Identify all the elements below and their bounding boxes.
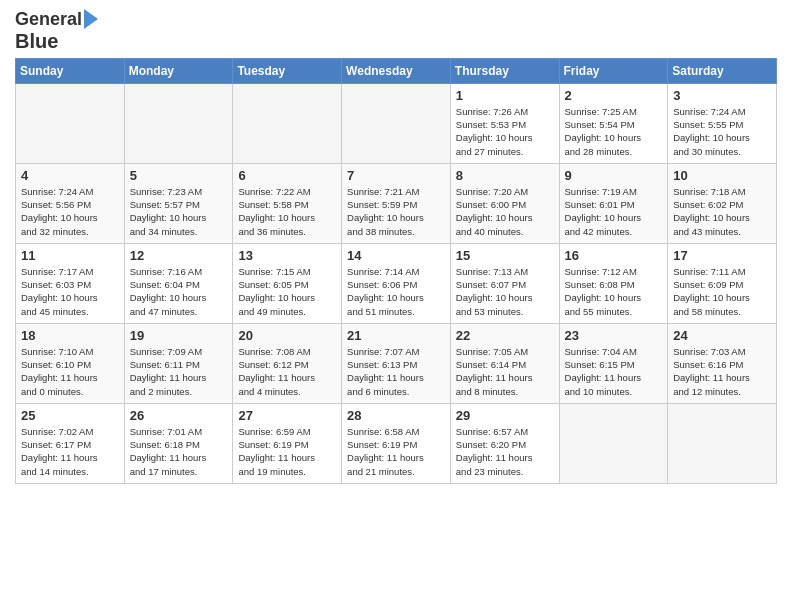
day-number: 19: [130, 328, 228, 343]
day-number: 18: [21, 328, 119, 343]
day-info: Sunrise: 7:15 AM Sunset: 6:05 PM Dayligh…: [238, 265, 336, 318]
day-number: 26: [130, 408, 228, 423]
calendar-cell: 11Sunrise: 7:17 AM Sunset: 6:03 PM Dayli…: [16, 243, 125, 323]
calendar-cell: [342, 83, 451, 163]
calendar-cell: 18Sunrise: 7:10 AM Sunset: 6:10 PM Dayli…: [16, 323, 125, 403]
day-number: 13: [238, 248, 336, 263]
day-info: Sunrise: 7:05 AM Sunset: 6:14 PM Dayligh…: [456, 345, 554, 398]
day-number: 27: [238, 408, 336, 423]
day-number: 22: [456, 328, 554, 343]
calendar-cell: 4Sunrise: 7:24 AM Sunset: 5:56 PM Daylig…: [16, 163, 125, 243]
calendar-cell: 17Sunrise: 7:11 AM Sunset: 6:09 PM Dayli…: [668, 243, 777, 323]
day-number: 12: [130, 248, 228, 263]
calendar-cell: 16Sunrise: 7:12 AM Sunset: 6:08 PM Dayli…: [559, 243, 668, 323]
day-info: Sunrise: 7:18 AM Sunset: 6:02 PM Dayligh…: [673, 185, 771, 238]
calendar-cell: 2Sunrise: 7:25 AM Sunset: 5:54 PM Daylig…: [559, 83, 668, 163]
calendar-table: SundayMondayTuesdayWednesdayThursdayFrid…: [15, 58, 777, 484]
day-number: 28: [347, 408, 445, 423]
calendar-cell: 6Sunrise: 7:22 AM Sunset: 5:58 PM Daylig…: [233, 163, 342, 243]
day-info: Sunrise: 7:03 AM Sunset: 6:16 PM Dayligh…: [673, 345, 771, 398]
day-info: Sunrise: 7:24 AM Sunset: 5:55 PM Dayligh…: [673, 105, 771, 158]
day-info: Sunrise: 7:02 AM Sunset: 6:17 PM Dayligh…: [21, 425, 119, 478]
calendar-cell: 27Sunrise: 6:59 AM Sunset: 6:19 PM Dayli…: [233, 403, 342, 483]
weekday-header-sunday: Sunday: [16, 58, 125, 83]
day-number: 11: [21, 248, 119, 263]
day-info: Sunrise: 7:25 AM Sunset: 5:54 PM Dayligh…: [565, 105, 663, 158]
calendar-cell: 15Sunrise: 7:13 AM Sunset: 6:07 PM Dayli…: [450, 243, 559, 323]
header: General Blue: [15, 10, 777, 52]
day-number: 3: [673, 88, 771, 103]
calendar-cell: [233, 83, 342, 163]
day-info: Sunrise: 7:17 AM Sunset: 6:03 PM Dayligh…: [21, 265, 119, 318]
day-info: Sunrise: 7:21 AM Sunset: 5:59 PM Dayligh…: [347, 185, 445, 238]
day-info: Sunrise: 6:58 AM Sunset: 6:19 PM Dayligh…: [347, 425, 445, 478]
weekday-header-monday: Monday: [124, 58, 233, 83]
calendar-container: General Blue SundayMondayTuesdayWednesda…: [0, 0, 792, 489]
calendar-cell: 24Sunrise: 7:03 AM Sunset: 6:16 PM Dayli…: [668, 323, 777, 403]
calendar-cell: 10Sunrise: 7:18 AM Sunset: 6:02 PM Dayli…: [668, 163, 777, 243]
day-number: 29: [456, 408, 554, 423]
weekday-header-tuesday: Tuesday: [233, 58, 342, 83]
calendar-cell: [559, 403, 668, 483]
day-info: Sunrise: 7:08 AM Sunset: 6:12 PM Dayligh…: [238, 345, 336, 398]
day-info: Sunrise: 7:11 AM Sunset: 6:09 PM Dayligh…: [673, 265, 771, 318]
calendar-cell: [16, 83, 125, 163]
day-number: 20: [238, 328, 336, 343]
day-number: 10: [673, 168, 771, 183]
calendar-cell: 13Sunrise: 7:15 AM Sunset: 6:05 PM Dayli…: [233, 243, 342, 323]
day-number: 2: [565, 88, 663, 103]
calendar-cell: 1Sunrise: 7:26 AM Sunset: 5:53 PM Daylig…: [450, 83, 559, 163]
day-info: Sunrise: 7:22 AM Sunset: 5:58 PM Dayligh…: [238, 185, 336, 238]
calendar-cell: [668, 403, 777, 483]
logo-blue-text: Blue: [15, 30, 58, 52]
calendar-cell: 22Sunrise: 7:05 AM Sunset: 6:14 PM Dayli…: [450, 323, 559, 403]
day-number: 4: [21, 168, 119, 183]
day-info: Sunrise: 7:09 AM Sunset: 6:11 PM Dayligh…: [130, 345, 228, 398]
logo-text: General: [15, 10, 82, 30]
day-info: Sunrise: 7:10 AM Sunset: 6:10 PM Dayligh…: [21, 345, 119, 398]
day-info: Sunrise: 7:23 AM Sunset: 5:57 PM Dayligh…: [130, 185, 228, 238]
weekday-header-wednesday: Wednesday: [342, 58, 451, 83]
calendar-cell: 7Sunrise: 7:21 AM Sunset: 5:59 PM Daylig…: [342, 163, 451, 243]
day-info: Sunrise: 7:01 AM Sunset: 6:18 PM Dayligh…: [130, 425, 228, 478]
day-number: 15: [456, 248, 554, 263]
day-info: Sunrise: 7:16 AM Sunset: 6:04 PM Dayligh…: [130, 265, 228, 318]
day-info: Sunrise: 7:14 AM Sunset: 6:06 PM Dayligh…: [347, 265, 445, 318]
calendar-cell: 19Sunrise: 7:09 AM Sunset: 6:11 PM Dayli…: [124, 323, 233, 403]
calendar-cell: [124, 83, 233, 163]
calendar-cell: 29Sunrise: 6:57 AM Sunset: 6:20 PM Dayli…: [450, 403, 559, 483]
day-number: 6: [238, 168, 336, 183]
calendar-cell: 20Sunrise: 7:08 AM Sunset: 6:12 PM Dayli…: [233, 323, 342, 403]
day-info: Sunrise: 7:04 AM Sunset: 6:15 PM Dayligh…: [565, 345, 663, 398]
calendar-cell: 3Sunrise: 7:24 AM Sunset: 5:55 PM Daylig…: [668, 83, 777, 163]
day-number: 25: [21, 408, 119, 423]
week-row-2: 4Sunrise: 7:24 AM Sunset: 5:56 PM Daylig…: [16, 163, 777, 243]
calendar-cell: 28Sunrise: 6:58 AM Sunset: 6:19 PM Dayli…: [342, 403, 451, 483]
day-number: 17: [673, 248, 771, 263]
day-info: Sunrise: 7:20 AM Sunset: 6:00 PM Dayligh…: [456, 185, 554, 238]
calendar-cell: 21Sunrise: 7:07 AM Sunset: 6:13 PM Dayli…: [342, 323, 451, 403]
calendar-cell: 25Sunrise: 7:02 AM Sunset: 6:17 PM Dayli…: [16, 403, 125, 483]
day-number: 21: [347, 328, 445, 343]
day-info: Sunrise: 7:24 AM Sunset: 5:56 PM Dayligh…: [21, 185, 119, 238]
calendar-cell: 14Sunrise: 7:14 AM Sunset: 6:06 PM Dayli…: [342, 243, 451, 323]
week-row-5: 25Sunrise: 7:02 AM Sunset: 6:17 PM Dayli…: [16, 403, 777, 483]
day-info: Sunrise: 7:12 AM Sunset: 6:08 PM Dayligh…: [565, 265, 663, 318]
logo: General Blue: [15, 10, 98, 52]
week-row-1: 1Sunrise: 7:26 AM Sunset: 5:53 PM Daylig…: [16, 83, 777, 163]
day-info: Sunrise: 6:59 AM Sunset: 6:19 PM Dayligh…: [238, 425, 336, 478]
weekday-header-row: SundayMondayTuesdayWednesdayThursdayFrid…: [16, 58, 777, 83]
calendar-cell: 5Sunrise: 7:23 AM Sunset: 5:57 PM Daylig…: [124, 163, 233, 243]
day-number: 7: [347, 168, 445, 183]
calendar-cell: 12Sunrise: 7:16 AM Sunset: 6:04 PM Dayli…: [124, 243, 233, 323]
day-number: 14: [347, 248, 445, 263]
day-info: Sunrise: 7:26 AM Sunset: 5:53 PM Dayligh…: [456, 105, 554, 158]
day-number: 1: [456, 88, 554, 103]
weekday-header-friday: Friday: [559, 58, 668, 83]
week-row-4: 18Sunrise: 7:10 AM Sunset: 6:10 PM Dayli…: [16, 323, 777, 403]
day-info: Sunrise: 7:13 AM Sunset: 6:07 PM Dayligh…: [456, 265, 554, 318]
week-row-3: 11Sunrise: 7:17 AM Sunset: 6:03 PM Dayli…: [16, 243, 777, 323]
day-number: 9: [565, 168, 663, 183]
calendar-cell: 23Sunrise: 7:04 AM Sunset: 6:15 PM Dayli…: [559, 323, 668, 403]
day-info: Sunrise: 6:57 AM Sunset: 6:20 PM Dayligh…: [456, 425, 554, 478]
